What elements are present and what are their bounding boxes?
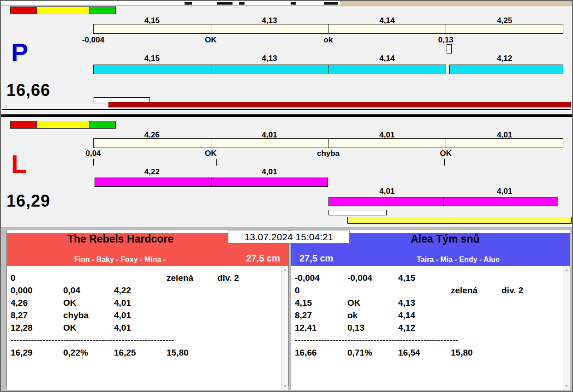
table-row: 16,660,71%16,5415,80: [295, 346, 562, 359]
timestamp-box: 13.07.2024 15:04:21: [228, 231, 350, 244]
background-text-artifact: [239, 2, 245, 5]
table-cell: 4,13: [398, 297, 451, 309]
table-cell: [217, 284, 281, 297]
scrollbar-up-arrow[interactable]: ▲: [563, 267, 570, 273]
table-cell: [217, 321, 281, 334]
start-lights-p: [10, 6, 115, 14]
bar-segment: [444, 197, 558, 206]
background-text-artifact: [217, 2, 233, 5]
table-cell: 4,14: [398, 309, 451, 321]
table-cell: OK: [63, 297, 114, 309]
status-label: OK: [205, 149, 217, 158]
table-cell: 8,27: [11, 309, 63, 321]
light-green-icon: [89, 6, 116, 14]
team-panel-left: The Rebels Hardcore Finn - Baky - Foxy -…: [6, 230, 289, 386]
team-subrow: 27,5 cm Taira - Mia - Endy - Alue: [291, 253, 570, 264]
bar-segment: [328, 65, 446, 74]
dog-time: 4,01: [379, 187, 394, 196]
table-cell: 16,25: [114, 346, 167, 359]
status-row-p: -0,004 OK ok 0,13: [93, 36, 563, 44]
table-cell: [451, 321, 501, 334]
light-yellow-1-icon: [36, 6, 63, 14]
separator-line: ----------------------------------------…: [295, 334, 562, 346]
table-cell: 4,01: [114, 309, 167, 321]
time-bar-p-main: [93, 65, 446, 74]
table-cell: 12,41: [295, 321, 347, 334]
dog-values-row-l2: 4,01 4,01: [93, 187, 563, 196]
jump-height-label: 27,5 cm: [291, 253, 346, 264]
table-cell: 4,15: [398, 272, 451, 284]
scrollbar-down-arrow[interactable]: ▼: [563, 383, 570, 389]
scrollbar[interactable]: ▲ ▼: [563, 266, 570, 390]
bar-segment: [211, 24, 329, 33]
progress-marker-box: [447, 44, 452, 53]
teams-panel: 13.07.2024 15:04:21 The Rebels Hardcore …: [1, 227, 572, 391]
time-bar-l-first: [95, 178, 328, 187]
table-cell: [501, 309, 562, 321]
table-cell: chyba: [63, 309, 114, 321]
table-cell: [167, 297, 217, 309]
table-cell: zelená: [167, 272, 217, 284]
table-cell: [451, 272, 501, 284]
lane-p-section: 4,15 4,13 4,14 4,25 -0,004 OK ok 0,13 4,…: [1, 6, 572, 114]
table-cell: [451, 309, 501, 321]
status-label: 0,13: [438, 36, 454, 44]
background-window-strip: [1, 1, 572, 6]
table-cell: 4,01: [114, 297, 167, 309]
bar-segment: [446, 139, 563, 148]
status-label: chyba: [317, 149, 340, 158]
table-cell: 0,22%: [63, 346, 114, 359]
lane-l-section: 4,26 4,01 4,01 4,01 0,04 OK chyba OK 4,2…: [1, 117, 572, 227]
table-cell: [398, 284, 451, 297]
timing-tick: [93, 159, 94, 166]
table-cell: 0: [11, 272, 63, 284]
scrollbar[interactable]: ▲ ▼: [281, 266, 288, 390]
team-members: Finn - Baky - Foxy - Mína -: [7, 255, 233, 264]
table-cell: -0,004: [347, 272, 398, 284]
light-red-icon: [10, 121, 37, 129]
table-cell: [167, 309, 217, 321]
scrollbar-up-arrow[interactable]: ▲: [282, 267, 288, 273]
table-row: 4,15OK4,13: [295, 297, 562, 309]
dog-time: 4,01: [497, 187, 512, 196]
table-cell: -0,004: [295, 272, 347, 284]
results-area-right: ▲ ▼ -0,004-0,0044,150zelenádiv. 24,15OK4…: [291, 266, 570, 390]
background-text-artifact: [324, 2, 338, 5]
table-cell: 0,71%: [347, 346, 398, 359]
table-cell: [217, 309, 281, 321]
bar-segment: [328, 139, 446, 148]
bar-segment: [94, 65, 211, 74]
baseline-rule: [2, 109, 571, 110]
lane-total-l: 16,29: [6, 193, 50, 209]
bar-segment: [95, 178, 212, 186]
bar-segment: [94, 139, 211, 148]
light-red-icon: [10, 6, 37, 14]
time-bar-p-last: [449, 65, 563, 74]
table-cell: 16,54: [398, 346, 451, 359]
timing-tick: [216, 159, 217, 166]
dog-time: 4,15: [144, 54, 160, 63]
time-bar-l-second: [328, 197, 558, 206]
table-cell: [451, 297, 501, 309]
background-text-artifact: [291, 2, 296, 5]
table-cell: [501, 321, 562, 334]
table-cell: zelená: [451, 284, 501, 297]
table-row: ----------------------------------------…: [11, 334, 281, 346]
table-cell: [114, 272, 167, 284]
table-row: ----------------------------------------…: [295, 334, 562, 346]
scrollbar-down-arrow[interactable]: ▼: [282, 383, 288, 389]
dog-time: 4,22: [144, 168, 160, 176]
table-row: 8,27ok4,14: [295, 309, 562, 321]
dog-time: 4,01: [262, 168, 277, 176]
bar-segment: [328, 24, 446, 33]
table-cell: 15,80: [451, 346, 501, 359]
team-panel-right: Alea Tým snů 27,5 cm Taira - Mia - Endy …: [291, 230, 570, 386]
bar-segment: [211, 65, 329, 74]
table-row: -0,004-0,0044,15: [295, 272, 562, 284]
status-label: -0,004: [82, 36, 104, 44]
table-row: 0zelenádiv. 2: [11, 272, 281, 284]
table-cell: ok: [347, 309, 398, 321]
table-cell: 16,29: [11, 346, 63, 359]
table-cell: OK: [63, 321, 114, 334]
table-cell: [167, 284, 217, 297]
